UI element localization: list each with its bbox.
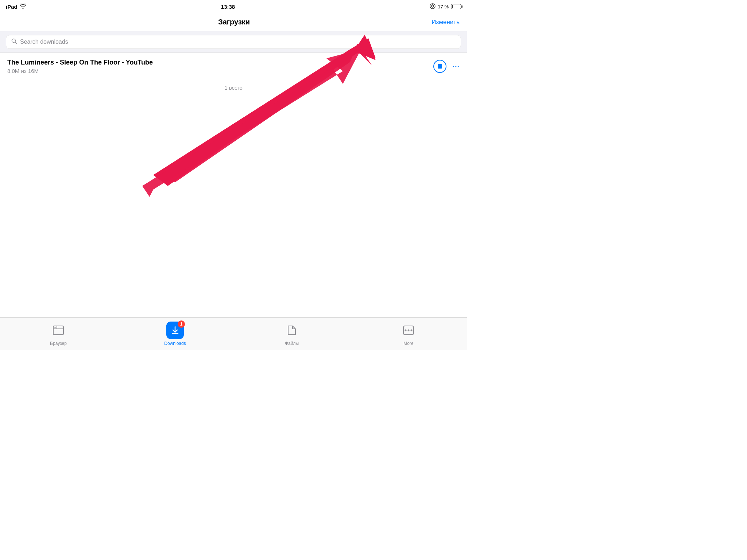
download-actions: ··· [433,60,460,73]
total-count: 1 всего [0,80,467,95]
edit-button[interactable]: Изменить [431,19,460,26]
downloads-tab-label: Downloads [164,341,186,346]
browser-icon [52,324,65,337]
svg-line-4 [15,42,17,44]
more-icon [402,324,415,337]
search-bar[interactable]: Search downloads [6,35,461,49]
svg-point-1 [431,5,434,7]
stop-icon [438,64,442,69]
search-container: Search downloads [0,31,467,53]
page-title: Загрузки [36,18,431,26]
search-placeholder: Search downloads [20,39,68,45]
downloads-list: The Lumineers - Sleep On The Floor - You… [0,53,467,95]
svg-point-15 [405,330,407,331]
status-bar: iPad 13:38 17 % [0,0,467,13]
wifi-icon [20,4,26,10]
battery-percent: 17 % [438,4,449,9]
status-right: 17 % [430,3,461,10]
tab-browser[interactable]: Браузер [44,321,73,346]
stop-button[interactable] [433,60,446,73]
nav-bar: Загрузки Изменить [0,13,467,31]
lock-icon [430,3,436,10]
files-icon-wrap [283,321,301,339]
svg-point-16 [408,330,410,331]
browser-tab-label: Браузер [50,341,67,346]
download-info: The Lumineers - Sleep On The Floor - You… [7,59,427,74]
status-time: 13:38 [221,4,235,10]
svg-point-17 [411,330,413,331]
download-title: The Lumineers - Sleep On The Floor - You… [7,59,427,66]
search-icon [11,38,17,46]
tab-bar: Браузер 1 Downloads Файлы [0,317,467,350]
download-item: The Lumineers - Sleep On The Floor - You… [0,53,467,80]
downloads-icon-wrap: 1 [166,321,184,339]
tab-files[interactable]: Файлы [277,321,306,346]
tab-more[interactable]: More [394,321,423,346]
status-left: iPad [6,4,26,10]
more-options-button[interactable]: ··· [452,62,460,71]
more-icon-wrap [399,321,418,339]
tab-downloads[interactable]: 1 Downloads [160,321,190,346]
downloads-badge: 1 [178,320,185,328]
files-icon [285,324,298,337]
browser-icon-wrap [49,321,67,339]
download-size: 8.0M из 16M [7,68,427,74]
more-tab-label: More [403,341,413,346]
battery-icon [451,4,461,9]
device-label: iPad [6,4,18,10]
download-arrow-icon [170,326,180,335]
files-tab-label: Файлы [285,341,299,346]
battery-fill [452,5,453,8]
